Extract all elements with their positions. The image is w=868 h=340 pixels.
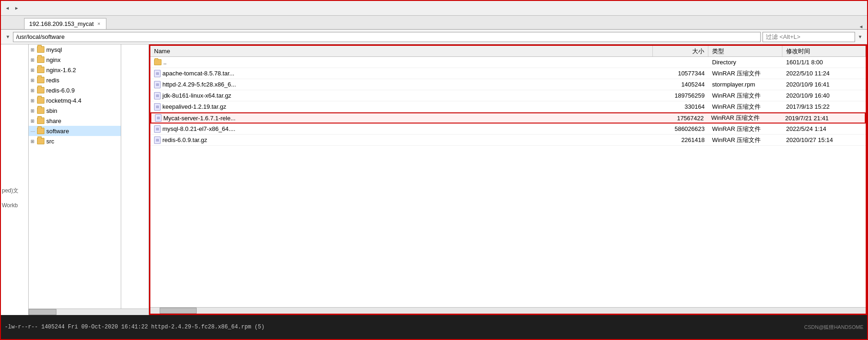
tree-item-nginx[interactable]: ⊞ nginx xyxy=(29,55,121,65)
archive-icon-redis: ▤ xyxy=(154,136,161,144)
file-size-tomcat: 10577344 xyxy=(653,69,708,78)
folder-icon-redis xyxy=(37,77,44,83)
tree-item-software[interactable]: — software xyxy=(29,126,121,136)
expand-icon-rocketmq: ⊞ xyxy=(31,98,37,103)
left-h-scrollbar[interactable] xyxy=(29,309,149,315)
tree-item-rocketmq[interactable]: ⊞ rocketmq-4.4 xyxy=(29,95,121,105)
archive-icon-httpd: ▤ xyxy=(154,81,161,88)
status-text: -lw-r--r-- 1405244 Fri 09-Oct-2020 16:41… xyxy=(5,324,265,330)
archive-icon-mycat: ▤ xyxy=(155,114,161,122)
nav-back-icon[interactable]: ◄ xyxy=(3,4,12,13)
file-time-jdk: 2020/10/9 16:40 xyxy=(782,91,866,100)
file-size-keepalived: 330164 xyxy=(653,102,708,111)
filter-dropdown-icon[interactable]: ▼ xyxy=(857,33,863,40)
file-panel-h-scrollbar[interactable] xyxy=(150,307,866,314)
file-name-dotdot: .. xyxy=(150,58,653,67)
folder-icon-src xyxy=(37,138,44,144)
file-type-redis: WinRAR 压缩文件 xyxy=(708,135,782,145)
archive-icon-jdk: ▤ xyxy=(154,92,161,99)
archive-icon-tomcat: ▤ xyxy=(154,70,161,77)
header-type[interactable]: 类型 xyxy=(708,46,782,56)
filter-area: ▼ xyxy=(763,32,863,42)
folder-icon-sbin xyxy=(37,107,44,114)
expand-icon-src: ⊞ xyxy=(31,139,37,144)
file-time-mycat: 2019/7/21 21:41 xyxy=(781,114,865,123)
nav-forward-icon[interactable]: ► xyxy=(12,4,21,13)
folder-icon-redis609 xyxy=(37,87,44,93)
archive-icon-keepalived: ▤ xyxy=(154,103,161,111)
folder-icon-rocketmq xyxy=(37,97,44,104)
partial-text-2: Workb xyxy=(1,198,28,212)
file-panel: Name 大小 类型 修改时间 .. xyxy=(149,44,867,315)
tree-item-nginx162[interactable]: ⊞ nginx-1.6.2 xyxy=(29,65,121,75)
file-name-mysql: ▤ mysql-8.0.21-el7-x86_64.... xyxy=(150,124,653,134)
tree-item-redis[interactable]: ⊞ redis xyxy=(29,75,121,85)
path-dropdown-icon[interactable]: ▼ xyxy=(5,33,11,40)
expand-icon-share: ⊞ xyxy=(31,118,37,124)
expand-icon-nginx162: ⊞ xyxy=(31,68,37,73)
tree-item-share[interactable]: ⊞ share xyxy=(29,116,121,126)
tab-label: 192.168.209.153_mycat xyxy=(29,20,94,27)
sidebar-partial: ped)文 Workb xyxy=(1,44,29,315)
status-bar: -lw-r--r-- 1405244 Fri 09-Oct-2020 16:41… xyxy=(1,315,867,339)
folder-icon-software xyxy=(37,128,44,134)
file-row-tomcat[interactable]: ▤ apache-tomcat-8.5.78.tar... 10577344 W… xyxy=(150,68,866,79)
expand-icon-sbin: ⊞ xyxy=(31,108,37,113)
left-tree-panel: ⊞ mysql ⊞ nginx ⊞ nginx-1.6.2 ⊞ xyxy=(29,44,149,315)
file-type-keepalived: WinRAR 压缩文件 xyxy=(708,102,782,112)
expand-icon-software: — xyxy=(31,129,37,134)
filter-input[interactable] xyxy=(763,32,855,42)
main-content: ped)文 Workb ⊞ mysql ⊞ nginx ⊞ xyxy=(1,44,867,315)
header-size[interactable]: 大小 xyxy=(653,46,708,56)
file-row-mycat[interactable]: ▤ Mycat-server-1.6.7.1-rele... 17567422 … xyxy=(150,112,866,124)
file-row-keepalived[interactable]: ▤ keepalived-1.2.19.tar.gz 330164 WinRAR… xyxy=(150,101,866,112)
file-size-redis: 2261418 xyxy=(653,136,708,144)
file-type-tomcat: WinRAR 压缩文件 xyxy=(708,68,782,79)
header-name[interactable]: Name xyxy=(150,46,653,56)
tree-label-share: share xyxy=(46,117,62,124)
main-window: ◄ ► 192.168.209.153_mycat × ◄ ▼ ▼ ped)文 … xyxy=(0,0,868,340)
file-type-httpd: stormplayer.rpm xyxy=(708,80,782,89)
header-modified[interactable]: 修改时间 xyxy=(782,46,866,56)
folder-icon-nginx xyxy=(37,56,44,63)
toolbar: ◄ ► xyxy=(1,1,867,16)
tab-close-button[interactable]: × xyxy=(98,21,100,26)
file-time-redis: 2020/10/27 15:14 xyxy=(782,136,866,144)
file-row-redis[interactable]: ▤ redis-6.0.9.tar.gz 2261418 WinRAR 压缩文件… xyxy=(150,135,866,146)
tree-label-mysql: mysql xyxy=(46,46,62,53)
file-time-tomcat: 2022/5/10 11:24 xyxy=(782,69,866,78)
file-name-keepalived: ▤ keepalived-1.2.19.tar.gz xyxy=(150,102,653,111)
file-name-redis: ▤ redis-6.0.9.tar.gz xyxy=(150,136,653,145)
file-type-jdk: WinRAR 压缩文件 xyxy=(708,91,782,101)
file-row-mysql[interactable]: ▤ mysql-8.0.21-el7-x86_64.... 586026623 … xyxy=(150,124,866,135)
partial-text-1: ped)文 xyxy=(1,183,28,198)
tree-item-sbin[interactable]: ⊞ sbin xyxy=(29,105,121,116)
tab-bar: 192.168.209.153_mycat × ◄ xyxy=(1,16,867,30)
file-list-header: Name 大小 类型 修改时间 xyxy=(150,46,866,57)
file-name-jdk: ▤ jdk-8u161-linux-x64.tar.gz xyxy=(150,91,653,100)
tree-label-sbin: sbin xyxy=(46,107,57,114)
tree-item-src[interactable]: ⊞ src xyxy=(29,136,121,146)
tab-scroll-right-icon[interactable]: ◄ xyxy=(859,24,867,29)
file-panel-h-scroll-thumb[interactable] xyxy=(160,308,197,314)
file-name-httpd: ▤ httpd-2.4.29-5.fc28.x86_6... xyxy=(150,80,653,89)
file-row-jdk[interactable]: ▤ jdk-8u161-linux-x64.tar.gz 189756259 W… xyxy=(150,90,866,101)
tab-item[interactable]: 192.168.209.153_mycat × xyxy=(24,18,106,29)
file-type-mysql: WinRAR 压缩文件 xyxy=(708,124,782,134)
path-input[interactable] xyxy=(13,32,761,42)
tree-label-nginx162: nginx-1.6.2 xyxy=(46,67,76,74)
file-row-dotdot[interactable]: .. Directory 1601/1/1 8:00 xyxy=(150,57,866,68)
expand-icon-nginx: ⊞ xyxy=(31,57,37,62)
tree-item-redis609[interactable]: ⊞ redis-6.0.9 xyxy=(29,85,121,95)
folder-icon-share xyxy=(37,117,44,124)
file-size-mycat: 17567422 xyxy=(652,114,707,123)
file-type-mycat: WinRAR 压缩文件 xyxy=(707,113,781,123)
file-row-httpd[interactable]: ▤ httpd-2.4.29-5.fc28.x86_6... 1405244 s… xyxy=(150,79,866,90)
left-h-scroll-thumb[interactable] xyxy=(29,309,56,315)
folder-icon-mysql xyxy=(37,46,44,53)
tree-item-mysql[interactable]: ⊞ mysql xyxy=(29,44,121,55)
expand-icon-redis: ⊞ xyxy=(31,78,37,83)
file-size-dotdot xyxy=(653,62,708,63)
file-time-mysql: 2022/5/24 1:14 xyxy=(782,124,866,133)
file-time-keepalived: 2017/9/13 15:22 xyxy=(782,102,866,111)
